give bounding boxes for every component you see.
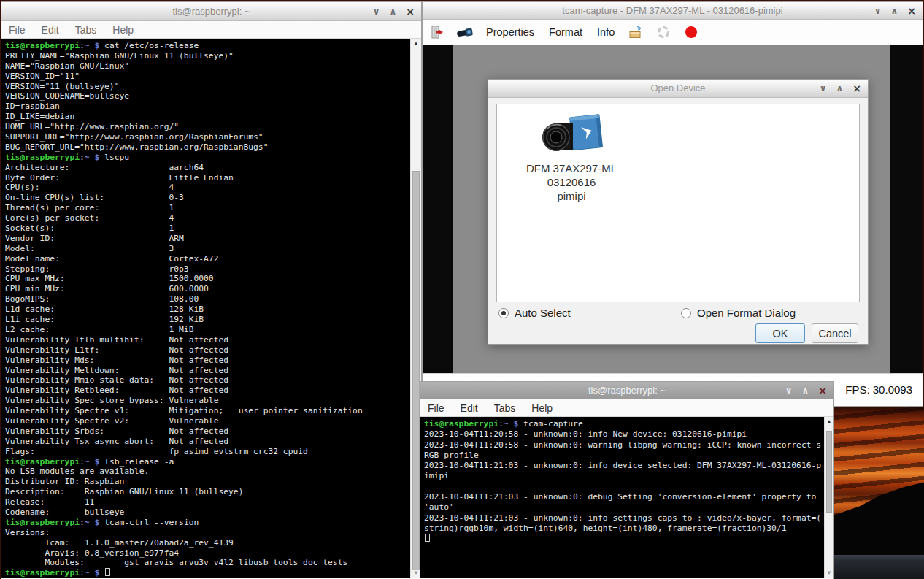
menu-file[interactable]: File <box>428 402 444 414</box>
wallpaper-water <box>834 555 924 579</box>
device-type: pimipi <box>510 189 633 203</box>
maximize-icon[interactable]: ∧ <box>390 7 397 17</box>
scroll-up-icon[interactable]: ▲ <box>825 417 833 427</box>
close-icon[interactable]: × <box>818 385 827 396</box>
open-device-title: Open Device <box>650 83 705 93</box>
desktop-wallpaper <box>834 406 924 579</box>
tcam-window-title: tcam-capture - DFM 37AX297-ML - 03120616… <box>562 5 782 16</box>
open-format-dialog-radio[interactable]: Open Format Dialog <box>681 307 796 319</box>
camera-device-icon[interactable] <box>456 24 474 40</box>
shade-icon[interactable]: ∨ <box>820 83 827 93</box>
tcam-titlebar[interactable]: tcam-capture - DFM 37AX297-ML - 03120616… <box>423 2 923 20</box>
fps-readout: FPS: 30.0093 <box>845 374 912 406</box>
terminal-bottom-output: tis@raspberrypi:~ $ tcam-capture2023-10-… <box>420 417 824 578</box>
menu-edit[interactable]: Edit <box>461 402 478 414</box>
terminal-bottom-title: tis@raspberrypi: ~ <box>588 385 666 396</box>
maximize-icon[interactable]: ∧ <box>891 6 898 16</box>
record-icon[interactable] <box>682 24 700 40</box>
radio-checked-icon[interactable] <box>498 308 509 318</box>
tcam-toolbar: Properties Format Info <box>423 20 923 45</box>
cancel-button[interactable]: Cancel <box>812 323 858 343</box>
shade-icon[interactable]: ∨ <box>373 7 380 17</box>
terminal-left-window: tis@raspberrypi: ~ ∨ ∧ × File Edit Tabs … <box>1 1 422 579</box>
menu-file[interactable]: File <box>9 24 26 36</box>
menu-edit[interactable]: Edit <box>42 24 59 36</box>
maximize-icon[interactable]: ∧ <box>802 386 809 396</box>
open-device-dialog: Open Device ∨ ∧ × <box>488 79 869 345</box>
terminal-left-content[interactable]: tis@raspberrypi:~ $ cat /etc/os-releaseP… <box>1 39 421 578</box>
save-image-icon[interactable] <box>627 24 644 40</box>
terminal-bottom-menubar: File Edit Tabs Help <box>420 399 833 417</box>
close-icon[interactable]: × <box>852 83 861 94</box>
close-icon[interactable]: × <box>907 5 916 17</box>
auto-select-label: Auto Select <box>515 307 571 319</box>
desktop: tcam-capture - DFM 37AX297-ML - 03120616… <box>0 0 924 579</box>
terminal-left-title: tis@raspberrypi: ~ <box>172 6 250 17</box>
camera-product-image <box>536 148 607 161</box>
properties-button[interactable]: Properties <box>484 25 536 39</box>
terminal-left-menubar: File Edit Tabs Help <box>1 21 421 39</box>
shade-icon[interactable]: ∨ <box>874 6 882 16</box>
terminal-bottom-content[interactable]: tis@raspberrypi:~ $ tcam-capture2023-10-… <box>420 417 833 578</box>
scroll-up-icon[interactable]: ▲ <box>411 39 421 49</box>
menu-tabs[interactable]: Tabs <box>494 402 516 414</box>
terminal-bottom-window: tis@raspberrypi: ~ ∨ ∧ × File Edit Tabs … <box>420 381 834 579</box>
maximize-icon[interactable]: ∧ <box>836 83 844 93</box>
shutter-icon[interactable] <box>655 24 672 40</box>
device-list-item[interactable]: DFM 37AX297-ML 03120616 pimipi <box>510 110 633 203</box>
menu-help[interactable]: Help <box>112 24 134 36</box>
auto-select-radio[interactable]: Auto Select <box>498 307 571 319</box>
device-model: DFM 37AX297-ML <box>510 161 633 175</box>
menu-tabs[interactable]: Tabs <box>75 24 97 36</box>
shade-icon[interactable]: ∨ <box>785 386 793 396</box>
scrollbar-thumb[interactable] <box>826 431 832 513</box>
menu-help[interactable]: Help <box>531 402 553 414</box>
wallpaper-mountain <box>834 479 924 559</box>
ok-button[interactable]: OK <box>755 323 805 343</box>
quit-icon[interactable] <box>428 24 446 40</box>
close-icon[interactable]: × <box>406 6 415 18</box>
device-list: DFM 37AX297-ML 03120616 pimipi <box>496 104 860 302</box>
format-button[interactable]: Format <box>547 25 585 39</box>
radio-unchecked-icon[interactable] <box>681 308 691 318</box>
terminal-bottom-titlebar[interactable]: tis@raspberrypi: ~ ∨ ∧ × <box>420 382 833 399</box>
info-button[interactable]: Info <box>595 25 617 39</box>
scroll-down-icon[interactable]: ▼ <box>825 568 833 578</box>
scrollbar-thumb[interactable] <box>412 171 420 570</box>
terminal-bottom-scrollbar[interactable]: ▲ ▼ <box>824 417 833 578</box>
terminal-left-output: tis@raspberrypi:~ $ cat /etc/os-releaseP… <box>1 39 410 578</box>
open-format-dialog-label: Open Format Dialog <box>697 307 796 319</box>
device-serial: 03120616 <box>510 175 633 189</box>
open-device-titlebar[interactable]: Open Device ∨ ∧ × <box>488 80 868 98</box>
terminal-left-titlebar[interactable]: tis@raspberrypi: ~ ∨ ∧ × <box>1 2 421 21</box>
